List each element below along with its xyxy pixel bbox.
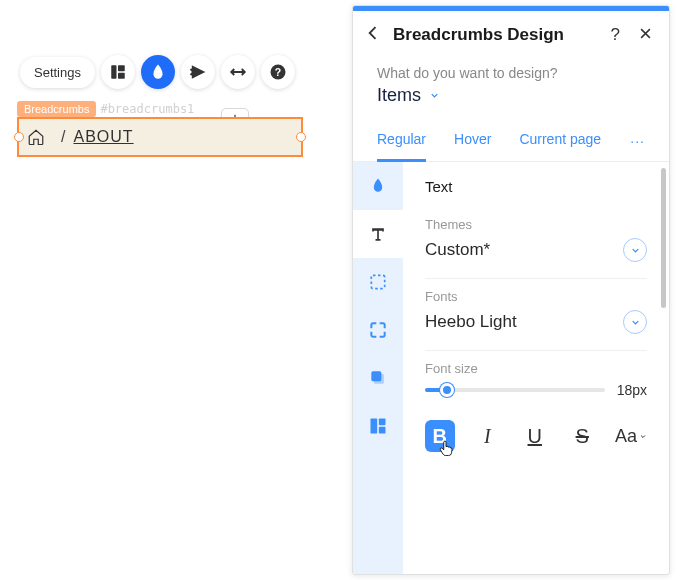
side-tabs <box>353 162 403 574</box>
case-button[interactable]: Aa <box>615 420 647 452</box>
close-button[interactable] <box>638 26 653 45</box>
underline-button[interactable]: U <box>520 420 550 452</box>
fonts-value: Heebo Light <box>425 312 517 332</box>
side-tab-spacing[interactable] <box>353 402 403 450</box>
themes-value: Custom* <box>425 240 490 260</box>
fontsize-value: 18px <box>617 382 647 398</box>
breadcrumb-current: ABOUT <box>73 128 133 146</box>
settings-button[interactable]: Settings <box>20 57 95 88</box>
strike-button[interactable]: S <box>568 420 598 452</box>
svg-rect-5 <box>371 275 384 288</box>
scrollbar[interactable] <box>661 168 666 308</box>
design-target-dropdown[interactable]: Items <box>353 81 669 120</box>
fontsize-slider[interactable] <box>425 383 605 397</box>
side-tab-border[interactable] <box>353 258 403 306</box>
svg-rect-7 <box>371 371 381 381</box>
help-icon-button[interactable]: ? <box>261 55 295 89</box>
fontsize-label: Font size <box>425 361 647 376</box>
design-icon-button[interactable] <box>141 55 175 89</box>
svg-rect-9 <box>379 419 386 426</box>
side-tab-fill[interactable] <box>353 162 403 210</box>
italic-button[interactable]: I <box>473 420 503 452</box>
tab-current-page[interactable]: Current page <box>519 120 601 162</box>
bold-button[interactable]: B <box>425 420 455 452</box>
tab-hover[interactable]: Hover <box>454 120 491 162</box>
animation-icon-button[interactable] <box>181 55 215 89</box>
panel-title: Breadcrumbs Design <box>393 25 601 45</box>
fonts-label: Fonts <box>425 289 647 304</box>
element-tag: Breadcrumbs <box>17 101 96 117</box>
side-tab-corners[interactable] <box>353 306 403 354</box>
svg-rect-1 <box>118 65 125 71</box>
design-question: What do you want to design? <box>353 61 669 81</box>
layout-icon-button[interactable] <box>101 55 135 89</box>
breadcrumb-separator: / <box>61 128 65 146</box>
side-tab-shadow[interactable] <box>353 354 403 402</box>
back-button[interactable] <box>363 23 383 47</box>
side-tab-text[interactable] <box>353 210 403 258</box>
themes-label: Themes <box>425 217 647 232</box>
breadcrumbs-element[interactable]: / ABOUT <box>17 117 303 157</box>
design-target-label: Items <box>377 85 421 106</box>
svg-rect-0 <box>111 65 116 79</box>
section-title-text: Text <box>425 178 647 195</box>
svg-rect-10 <box>379 427 386 434</box>
element-id: #breadcrumbs1 <box>100 102 194 116</box>
svg-rect-2 <box>118 73 125 79</box>
svg-rect-8 <box>371 419 378 434</box>
home-icon <box>27 128 45 146</box>
themes-expand-button[interactable] <box>623 238 647 262</box>
panel-help-button[interactable]: ? <box>611 25 620 45</box>
svg-text:?: ? <box>275 66 281 78</box>
tab-regular[interactable]: Regular <box>377 120 426 162</box>
fonts-expand-button[interactable] <box>623 310 647 334</box>
design-panel: Breadcrumbs Design ? What do you want to… <box>352 5 670 575</box>
stretch-icon-button[interactable] <box>221 55 255 89</box>
tab-more[interactable]: ··· <box>630 133 645 149</box>
